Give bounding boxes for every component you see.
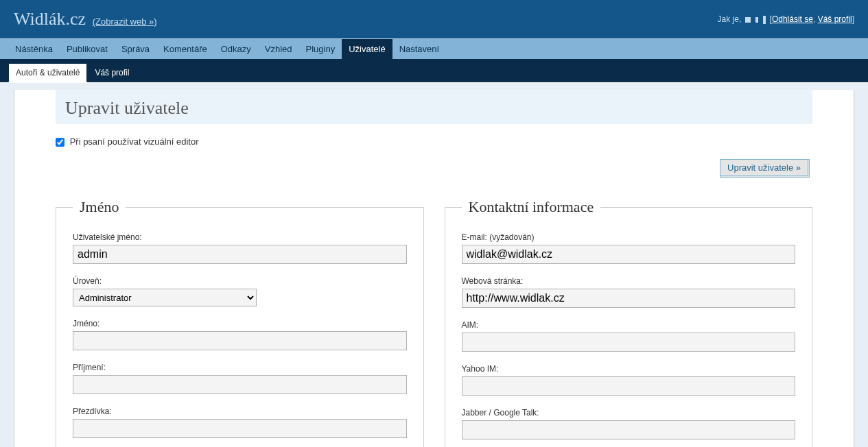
nav-item-manage[interactable]: Správa (115, 39, 156, 59)
fieldset-contact: Kontaktní informace E-mail: (vyžadován) … (445, 198, 813, 447)
nav-secondary: Autoři & uživatelé Váš profil (0, 59, 868, 83)
nav-primary: Nástěnka Publikovat Správa Komentáře Odk… (0, 38, 868, 59)
avatar-icon (755, 17, 758, 23)
jabber-label: Jabber / Google Talk: (462, 408, 796, 418)
yim-label: Yahoo IM: (462, 364, 796, 374)
fieldsets: Jméno Uživatelské jméno: Úroveň: Adminis… (56, 198, 812, 447)
page-title-bar: Upravit uživatele (56, 90, 812, 124)
yim-input[interactable] (462, 376, 796, 396)
nav-item-appearance[interactable]: Vzhled (258, 39, 299, 59)
visual-editor-label-wrap[interactable]: Při psaní používat vizuální editor (56, 136, 199, 147)
subnav-item-authors[interactable]: Autoři & uživatelé (8, 63, 87, 82)
nav-item-comments[interactable]: Komentáře (156, 39, 214, 59)
lastname-input[interactable] (73, 375, 407, 394)
avatar-icon (763, 16, 766, 24)
greeting-text: Jak je, (718, 14, 742, 24)
firstname-label: Jméno: (73, 319, 407, 328)
page-title: Upravit uživatele (65, 98, 803, 119)
submit-row: Upravit uživatele » (56, 159, 810, 178)
firstname-input[interactable] (73, 331, 407, 350)
website-label: Webová stránka: (462, 276, 796, 286)
logout-link[interactable]: Odhlásit se (772, 14, 813, 24)
lastname-label: Příjmení: (73, 363, 407, 372)
subnav-item-profile[interactable]: Váš profil (87, 63, 137, 82)
role-select[interactable]: Administrator (73, 289, 257, 306)
fieldset-name: Jméno Uživatelské jméno: Úroveň: Adminis… (56, 198, 424, 447)
username-input[interactable] (73, 245, 407, 264)
fieldset-name-legend: Jméno (73, 198, 126, 216)
avatar-icon (745, 17, 751, 23)
nav-item-links[interactable]: Odkazy (214, 39, 258, 59)
nav-item-publish[interactable]: Publikovat (60, 39, 115, 59)
nickname-label: Přezdívka: (73, 407, 407, 416)
admin-header: Widlák.cz (Zobrazit web ») Jak je, [Odhl… (0, 0, 868, 38)
website-input[interactable] (462, 289, 796, 308)
nav-item-dashboard[interactable]: Nástěnka (8, 39, 60, 59)
visual-editor-checkbox[interactable] (56, 138, 64, 147)
fieldset-contact-legend: Kontaktní informace (462, 198, 601, 216)
user-info: Jak je, [Odhlásit se, Váš profil] (718, 14, 854, 24)
site-title[interactable]: Widlák.cz (14, 9, 86, 29)
role-label: Úroveň: (73, 276, 407, 286)
aim-label: AIM: (462, 320, 796, 330)
jabber-input[interactable] (462, 420, 796, 439)
email-input[interactable] (462, 245, 796, 264)
nav-item-users[interactable]: Uživatelé (342, 39, 392, 59)
content: Upravit uživatele Při psaní používat viz… (14, 90, 854, 447)
visual-editor-label: Při psaní používat vizuální editor (70, 136, 199, 147)
nav-item-plugins[interactable]: Pluginy (299, 39, 342, 59)
aim-input[interactable] (462, 333, 796, 352)
nickname-input[interactable] (73, 419, 407, 438)
site-title-block: Widlák.cz (Zobrazit web ») (14, 9, 157, 29)
visual-editor-row: Při psaní používat vizuální editor (56, 136, 812, 151)
view-site-link[interactable]: (Zobrazit web ») (93, 16, 157, 27)
profile-link[interactable]: Váš profil (818, 14, 852, 24)
username-label: Uživatelské jméno: (73, 232, 407, 242)
update-user-button[interactable]: Upravit uživatele » (720, 159, 810, 178)
email-label: E-mail: (vyžadován) (462, 232, 796, 242)
nav-item-settings[interactable]: Nastavení (392, 39, 447, 59)
content-wrap: Upravit uživatele Při psaní používat viz… (14, 90, 854, 447)
